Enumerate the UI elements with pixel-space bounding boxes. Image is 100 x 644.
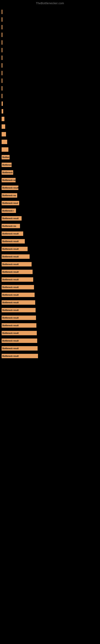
bar-label-text: Bottleneck result <box>2 278 19 281</box>
bar-label-text: Bottleneck result <box>2 256 19 258</box>
bar-row: Bottleneck result <box>0 239 100 244</box>
bar-gap <box>0 30 100 32</box>
bar <box>1 117 4 121</box>
bar-gap <box>0 100 100 102</box>
bar-gap <box>0 352 100 354</box>
bar-row <box>0 17 100 22</box>
bar <box>1 147 8 152</box>
bar-label-text: Bottlen <box>2 156 9 158</box>
bar: Bottleneck res <box>1 224 20 228</box>
bar <box>1 10 2 14</box>
bar <box>1 78 2 83</box>
bar-row: Bottleneck r <box>0 208 100 213</box>
bar-label-text: Bottleneck result <box>2 332 19 334</box>
bar-row: Bottleneck res <box>0 224 100 228</box>
bars-container: BottlenBottleneck rBottleneckBottleneck … <box>0 6 100 362</box>
bar: Bottleneck resul <box>1 201 19 205</box>
bar-gap <box>0 290 100 292</box>
bar-label-text: Bottleneck r <box>2 210 14 212</box>
bar-label-text: Bottleneck result <box>2 340 19 342</box>
bar-gap <box>0 222 100 224</box>
bar: Bottleneck result <box>1 300 35 305</box>
bar-row: Bottleneck res <box>0 193 100 198</box>
bar: Bottleneck result <box>1 239 25 244</box>
bar: Bottleneck result <box>1 254 30 259</box>
bar-gap <box>0 199 100 201</box>
bar-row <box>0 71 100 75</box>
bar-row: Bottleneck result <box>0 247 100 251</box>
bar-gap <box>0 245 100 247</box>
bar: Bottleneck result <box>1 331 37 335</box>
bar-gap <box>0 84 100 86</box>
bar-row: Bottleneck result <box>0 254 100 259</box>
bar-row: Bottleneck result <box>0 292 100 297</box>
bar-row: Bottleneck r <box>0 162 100 167</box>
bar-label-text: Bottleneck result <box>2 240 19 242</box>
bar <box>1 48 2 52</box>
bar-row <box>0 140 100 144</box>
bar-row: Bottleneck result <box>0 216 100 220</box>
bar-row: Bottleneck result <box>0 308 100 312</box>
bar-gap <box>0 321 100 323</box>
bar-gap <box>0 46 100 48</box>
bar-gap <box>0 54 100 56</box>
bar-row <box>0 86 100 90</box>
bar-row: Bottleneck result <box>0 354 100 358</box>
bar: Bottleneck result <box>1 346 38 350</box>
bar-row <box>0 10 100 14</box>
bar-label-text: Bottleneck result <box>2 317 19 319</box>
bar-row <box>0 117 100 121</box>
bar-row: Bottlen <box>0 155 100 160</box>
bar-row <box>0 109 100 114</box>
bar-row: Bottleneck res <box>0 178 100 182</box>
bar-gap <box>0 76 100 78</box>
bar-row: Bottleneck result <box>0 323 100 328</box>
bar-gap <box>0 15 100 17</box>
bar-row: Bottleneck result <box>0 262 100 266</box>
bar-gap <box>0 23 100 25</box>
bar: Bottlen <box>1 155 10 160</box>
bar-row <box>0 147 100 152</box>
bar-gap <box>0 168 100 170</box>
bar-gap <box>0 69 100 71</box>
bar-gap <box>0 184 100 186</box>
bar-label-text: Bottleneck <box>2 172 13 174</box>
bar-label-text: Bottleneck result <box>2 355 19 357</box>
bar-label-text: Bottleneck result <box>2 302 19 304</box>
bar-label-text: Bottleneck result <box>2 217 19 220</box>
bar-gap <box>0 153 100 155</box>
bar-gap <box>0 122 100 124</box>
bar: Bottleneck result <box>1 316 36 320</box>
bar <box>1 32 2 37</box>
bar-row <box>0 132 100 136</box>
bar-label-text: Bottleneck result <box>2 248 19 250</box>
bar-gap <box>0 237 100 239</box>
bar-gap <box>0 130 100 132</box>
bar <box>1 94 2 98</box>
bar: Bottleneck result <box>1 247 28 251</box>
bar-label-text: Bottleneck result <box>2 187 18 189</box>
bar-label-text: Bottleneck r <box>2 164 12 166</box>
bar-gap <box>0 283 100 285</box>
bar-gap <box>0 145 100 147</box>
bar <box>1 71 2 75</box>
bar-row: Bottleneck result <box>0 338 100 343</box>
bar-row: Bottleneck result <box>0 270 100 274</box>
bar-label-text: Bottleneck result <box>2 271 19 273</box>
bar: Bottleneck result <box>1 232 23 236</box>
bar <box>1 124 5 129</box>
bar-row <box>0 48 100 52</box>
bar-row <box>0 40 100 45</box>
bar-gap <box>0 61 100 63</box>
bar: Bottleneck <box>1 170 13 175</box>
bar: Bottleneck result <box>1 354 38 358</box>
bar-gap <box>0 268 100 270</box>
bar-gap <box>0 107 100 109</box>
bar-row: Bottleneck result <box>0 316 100 320</box>
bar-row <box>0 78 100 83</box>
bar-gap <box>0 314 100 316</box>
bar-row: Bottleneck result <box>0 232 100 236</box>
bar-label-text: Bottleneck result <box>2 263 19 266</box>
bar: Bottleneck result <box>1 277 33 282</box>
bar-gap <box>0 306 100 308</box>
